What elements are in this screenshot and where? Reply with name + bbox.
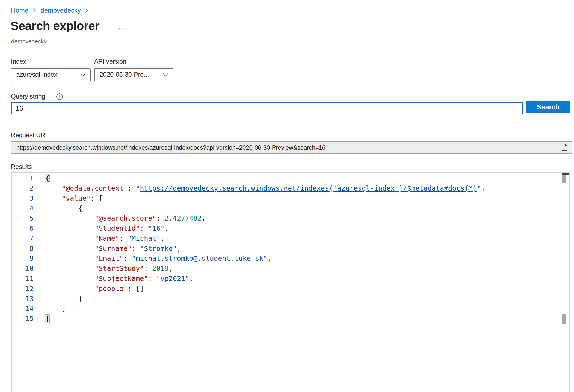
api-version-label: API version xyxy=(94,58,126,65)
query-string-value: 16 xyxy=(16,105,23,112)
code-line: 10 "StartStudy": 2019, xyxy=(12,264,569,274)
indent-guide xyxy=(79,213,79,294)
code-line: 11 "SubjectName": "vp2021", xyxy=(12,274,569,284)
line-number: 2 xyxy=(12,183,34,194)
indent-guide xyxy=(46,183,46,314)
page-title: Search explorer xyxy=(11,19,99,33)
request-url-label: Request URL xyxy=(11,132,49,139)
code-text: "Email": "michal.stromko@.student.tuke.s… xyxy=(34,254,271,264)
code-line: 14 ] xyxy=(12,304,569,314)
code-text: "Surname": "Stromko", xyxy=(34,244,181,254)
request-url-value: https://demovedecky.search.windows.net/i… xyxy=(16,144,561,151)
line-number: 6 xyxy=(12,224,34,234)
query-string-label: Query string xyxy=(11,93,45,100)
query-string-input[interactable]: 16 xyxy=(11,102,523,114)
code-text: { xyxy=(34,173,49,183)
breadcrumb-home-link[interactable]: Home xyxy=(11,7,28,14)
info-icon[interactable]: i xyxy=(56,93,63,100)
line-number: 9 xyxy=(12,254,34,264)
line-number: 11 xyxy=(12,274,34,284)
line-number: 8 xyxy=(12,244,34,254)
line-number: 12 xyxy=(12,284,34,294)
line-number: 5 xyxy=(12,213,34,224)
index-label: Index xyxy=(11,58,26,65)
breadcrumb: Home demovedecky xyxy=(11,7,89,14)
code-text: ] xyxy=(34,304,66,314)
code-text: } xyxy=(34,294,82,304)
overview-ruler xyxy=(562,173,562,392)
api-version-select[interactable]: 2020-06-30-Pre... xyxy=(94,68,173,81)
results-editor[interactable]: 1{2 "@odata.context": "https://demovedec… xyxy=(11,172,570,392)
line-number: 15 xyxy=(12,314,34,324)
line-number: 10 xyxy=(12,264,34,274)
code-text: "@search.score": 2.4277482, xyxy=(34,213,206,224)
code-text: "@odata.context": "https://demovedecky.s… xyxy=(34,183,485,194)
line-number: 14 xyxy=(12,304,34,314)
overview-ruler-cursor-mark xyxy=(562,173,570,175)
breadcrumb-demovedecky-link[interactable]: demovedecky xyxy=(40,7,81,14)
code-line: 4 { xyxy=(12,203,569,213)
results-label: Results xyxy=(11,163,32,171)
overview-ruler-bracket-mark xyxy=(562,314,566,324)
api-version-select-value: 2020-06-30-Pre... xyxy=(100,71,149,78)
code-line: 2 "@odata.context": "https://demovedecky… xyxy=(12,183,569,194)
copy-icon[interactable] xyxy=(561,144,568,152)
chevron-down-icon xyxy=(79,71,86,78)
code-text: "value": [ xyxy=(34,194,103,204)
code-line: 5 "@search.score": 2.4277482, xyxy=(12,213,569,224)
code-line: 15} xyxy=(12,314,569,324)
code-text: "StudentId": "16", xyxy=(34,224,169,234)
search-explorer-page: Home demovedecky Search explorer ··· dem… xyxy=(0,0,574,392)
request-url-field: https://demovedecky.search.windows.net/i… xyxy=(11,141,572,154)
code-line: 7 "Name": "Michal", xyxy=(12,234,569,244)
indent-guide xyxy=(63,203,63,304)
code-text: "SubjectName": "vp2021", xyxy=(34,274,193,284)
line-number: 13 xyxy=(12,294,34,304)
code-line: 6 "StudentId": "16", xyxy=(12,224,569,234)
code-text: } xyxy=(34,314,49,324)
chevron-right-icon xyxy=(85,7,89,14)
code-text: { xyxy=(34,203,82,213)
more-menu-button[interactable]: ··· xyxy=(118,24,127,32)
line-number: 1 xyxy=(12,173,34,183)
line-number: 7 xyxy=(12,234,34,244)
overview-ruler-bracket-mark xyxy=(562,175,566,183)
text-cursor xyxy=(24,104,24,112)
index-select-value: azuresql-index xyxy=(16,71,57,78)
code-line: 13 } xyxy=(12,294,569,304)
code-text: "Name": "Michal", xyxy=(34,234,165,244)
line-number: 3 xyxy=(12,194,34,204)
code-line: 9 "Email": "michal.stromko@.student.tuke… xyxy=(12,254,569,264)
index-select[interactable]: azuresql-index xyxy=(11,68,91,81)
results-editor-lines: 1{2 "@odata.context": "https://demovedec… xyxy=(12,173,569,324)
line-number: 4 xyxy=(12,203,34,213)
code-line: 1{ xyxy=(12,173,569,183)
code-line: 8 "Surname": "Stromko", xyxy=(12,244,569,254)
code-line: 3 "value": [ xyxy=(12,194,569,204)
code-line: 12 "people": [] xyxy=(12,284,569,294)
page-subtitle: demovedecky xyxy=(11,38,47,45)
chevron-down-icon xyxy=(162,71,169,78)
code-text: "people": [] xyxy=(34,284,144,294)
code-text: "StartStudy": 2019, xyxy=(34,264,173,274)
search-button[interactable]: Search xyxy=(526,101,570,113)
chevron-right-icon xyxy=(32,7,37,14)
